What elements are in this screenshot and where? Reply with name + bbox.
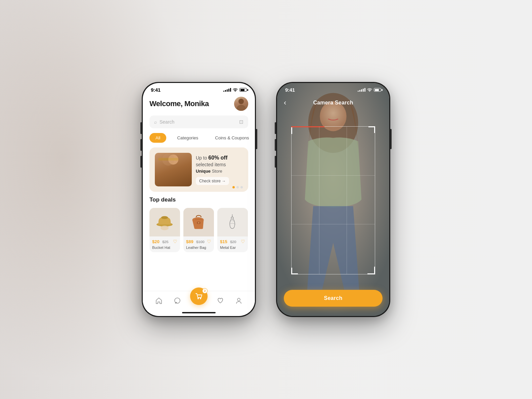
banner-model-visual: [155, 153, 192, 186]
product-image-bag: [183, 208, 214, 236]
svg-point-13: [369, 91, 370, 92]
tab-coins[interactable]: Coins & Coupons: [209, 133, 255, 143]
hat-svg: [154, 213, 175, 231]
banner-text: Up to 60% off selected items Unique Stor…: [192, 154, 243, 185]
home-header: Welcome, Monika: [149, 97, 248, 111]
wishlist-icon-hat[interactable]: ♡: [173, 239, 177, 244]
wishlist-icon-bag[interactable]: ♡: [207, 239, 211, 244]
price-display-jewelry: $15 $20: [220, 238, 236, 245]
price-old-jewelry: $20: [230, 240, 236, 244]
wishlist-icon-jewelry[interactable]: ♡: [241, 239, 245, 244]
camera-top-bar: ‹ Camera Search: [277, 100, 389, 106]
search-icon: ⌕: [154, 119, 157, 125]
status-icons-home: [223, 88, 247, 92]
price-old-bag: $100: [196, 240, 204, 244]
dot-1: [232, 186, 235, 188]
product-name-bag: Leather Bag: [186, 246, 211, 250]
status-bar-home: 9:41: [143, 83, 255, 94]
check-store-button[interactable]: Check store →: [196, 177, 229, 185]
wifi-icon-home: [233, 88, 238, 92]
product-image-hat: [149, 208, 180, 236]
svg-point-8: [231, 217, 234, 219]
wifi-icon-camera: [367, 88, 372, 92]
back-button[interactable]: ‹: [284, 98, 286, 107]
price-row-hat: $20 $25 ♡: [152, 238, 177, 245]
search-bar[interactable]: ⌕ Search ⊡: [149, 116, 248, 128]
price-current-jewelry: $15: [220, 239, 227, 244]
search-placeholder-text: Search: [160, 119, 236, 125]
banner-dots: [232, 186, 243, 188]
price-old-hat: $25: [162, 240, 168, 244]
bottom-nav: 2: [143, 291, 255, 312]
banner-store-text: Unique Store: [196, 169, 243, 174]
product-card-jewelry[interactable]: $15 $20 ♡ Metal Ear: [217, 208, 248, 252]
price-current-bag: $89: [186, 239, 193, 244]
banner-discount-text: Up to 60% off selected items: [196, 154, 243, 168]
scan-corner-bl: [291, 268, 298, 274]
dot-3: [240, 186, 243, 188]
avatar-image: [234, 97, 248, 111]
phones-container: 9:41: [142, 82, 390, 317]
product-info-bag: $89 $100 ♡ Leather Bag: [183, 236, 214, 252]
nav-cart-icon[interactable]: 2: [190, 287, 208, 305]
cart-badge: 2: [202, 288, 208, 294]
banner-model-image: [155, 153, 192, 186]
battery-icon-camera: .phone2 .battery-body::after{background:…: [374, 88, 381, 92]
jewelry-svg: [224, 213, 241, 231]
tab-categories[interactable]: Categories: [171, 133, 204, 143]
camera-icon[interactable]: ⊡: [239, 119, 243, 125]
home-content: Welcome, Monika ⌕ Search ⊡ All Categorie…: [143, 94, 255, 291]
svg-point-12: [237, 298, 240, 301]
svg-point-5: [161, 226, 169, 230]
price-row-bag: $89 $100 ♡: [186, 238, 211, 245]
price-display-bag: $89 $100: [186, 238, 205, 245]
camera-content: ‹ Camera Search Search: [277, 83, 389, 316]
welcome-text: Welcome, Monika: [149, 99, 209, 108]
signal-icon-home: [223, 88, 231, 92]
scan-red-accent: [291, 126, 324, 127]
category-tabs: All Categories Coins & Coupons: [149, 133, 248, 143]
tab-all[interactable]: All: [149, 133, 166, 143]
dot-2: [236, 186, 239, 188]
product-image-jewelry: [217, 208, 248, 236]
product-info-hat: $20 $25 ♡ Bucket Hat: [149, 236, 180, 252]
phone-camera: 9:41: [276, 82, 390, 317]
svg-point-10: [197, 298, 199, 299]
nav-chat-icon[interactable]: [171, 295, 183, 307]
status-time-camera: 9:41: [285, 87, 295, 93]
section-title-top-deals: Top deals: [149, 196, 248, 203]
promo-banner: Up to 60% off selected items Unique Stor…: [149, 147, 248, 192]
svg-point-0: [235, 91, 236, 92]
product-card-hat[interactable]: $20 $25 ♡ Bucket Hat: [149, 208, 180, 252]
home-indicator: [182, 312, 216, 313]
status-icons-camera: .phone2 .battery-body::after{background:…: [358, 88, 381, 92]
price-display-hat: $20 $25: [152, 238, 169, 245]
product-name-jewelry: Metal Ear: [220, 246, 245, 250]
scan-corner-tr: [368, 126, 375, 133]
scan-grid-v1: [319, 127, 319, 274]
signal-icon-camera: [358, 88, 365, 92]
status-bar-camera: 9:41: [277, 83, 389, 94]
scan-grid-h1: [292, 175, 375, 176]
product-card-bag[interactable]: $89 $100 ♡ Leather Bag: [183, 208, 214, 252]
status-time-home: 9:41: [151, 87, 161, 93]
svg-rect-2: [158, 158, 178, 161]
products-row: $20 $25 ♡ Bucket Hat: [149, 208, 248, 252]
svg-point-4: [161, 216, 168, 219]
camera-search-button[interactable]: Search: [284, 290, 383, 307]
svg-point-11: [200, 298, 201, 299]
scan-grid-h2: [292, 224, 375, 224]
battery-icon-home: [239, 88, 247, 92]
scan-box: [291, 126, 375, 274]
product-info-jewelry: $15 $20 ♡ Metal Ear: [217, 236, 248, 252]
nav-profile-icon[interactable]: [233, 295, 245, 307]
camera-title: Camera Search: [313, 100, 353, 106]
avatar[interactable]: [234, 97, 248, 111]
nav-home-icon[interactable]: [153, 295, 165, 307]
nav-wishlist-icon[interactable]: [214, 295, 226, 307]
scan-grid-v2: [347, 127, 347, 274]
svg-point-7: [198, 222, 200, 224]
phone-home: 9:41: [142, 82, 256, 317]
price-row-jewelry: $15 $20 ♡: [220, 238, 245, 245]
scan-overlay: [286, 118, 380, 282]
